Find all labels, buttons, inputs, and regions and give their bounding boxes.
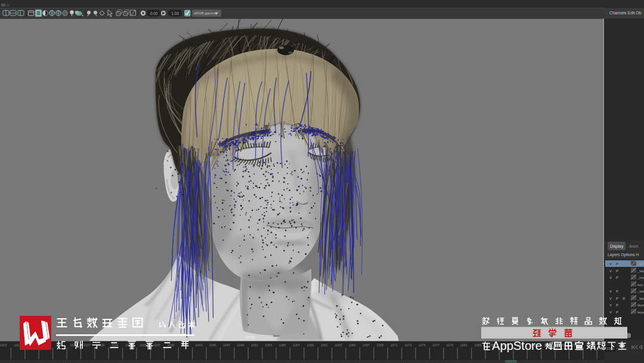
svg-text:R: R [623,297,626,300]
svg-text:0.00: 0.00 [150,11,158,16]
svg-text:1051: 1051 [251,343,258,347]
svg-text:P: P [616,297,618,300]
svg-text:P: P [616,262,618,266]
svg-text:1079: 1079 [447,343,454,347]
svg-text:1063: 1063 [335,343,342,347]
svg-text:V: V [609,262,612,266]
svg-text:AppStore: AppStore [492,339,542,352]
svg-text:P: P [616,276,618,279]
svg-text:_fac: _fac [637,297,644,300]
svg-text:1015: 1015 [0,343,7,347]
svg-text:V: V [609,297,612,300]
svg-text:V: V [609,276,612,279]
svg-text:P: P [616,310,618,314]
svg-text:1067: 1067 [363,343,370,347]
svg-text:1065: 1065 [349,343,356,347]
svg-text:persp: persp [246,335,256,340]
svg-text:_fac: _fac [637,269,644,273]
svg-text:1031: 1031 [112,343,119,347]
svg-text:1047: 1047 [223,343,230,347]
svg-text:1057: 1057 [293,343,300,347]
svg-text:1055: 1055 [279,343,286,347]
svg-text:sRGB gamma: sRGB gamma [194,11,217,15]
svg-text:1059: 1059 [307,343,314,347]
svg-text:Channels Edit Ob: Channels Edit Ob [609,11,641,15]
svg-text:V: V [609,310,612,314]
svg-text:layer: layer [637,303,644,307]
svg-text:1071: 1071 [391,343,398,347]
svg-text:1083: 1083 [474,343,481,347]
svg-text:1.00: 1.00 [171,11,179,16]
svg-text:P: P [616,269,618,273]
svg-text:1039: 1039 [168,343,175,347]
svg-text:1073: 1073 [404,343,411,347]
svg-text:1001: 1001 [606,347,615,350]
svg-text:Display: Display [610,244,624,249]
svg-text:1081: 1081 [460,343,467,347]
svg-text:Anim: Anim [629,244,639,248]
svg-text:1035: 1035 [140,343,147,347]
svg-text:sco: sco [637,283,643,287]
svg-text:V: V [609,303,612,307]
svg-text:1077: 1077 [432,343,439,347]
svg-text:1049: 1049 [237,343,244,347]
svg-text:1045: 1045 [209,343,216,347]
svg-text:1069: 1069 [377,343,384,347]
svg-text:1037: 1037 [153,343,160,347]
svg-text:V: V [609,290,612,293]
svg-text:P: P [616,303,618,307]
svg-text:V: V [609,269,612,273]
svg-text:P: P [616,290,618,293]
svg-text:1053: 1053 [265,343,272,347]
svg-text:1075: 1075 [419,343,426,347]
svg-text:1061: 1061 [321,343,328,347]
svg-text:1027: 1027 [83,343,91,347]
svg-text:layer: layer [637,310,644,314]
svg-text:1043: 1043 [195,343,202,347]
svg-text:Layers Options H: Layers Options H [608,253,639,257]
svg-text:_hea: _hea [637,276,644,279]
svg-text:_led: _led [637,290,644,293]
svg-text:_gro: _gro [637,262,644,266]
